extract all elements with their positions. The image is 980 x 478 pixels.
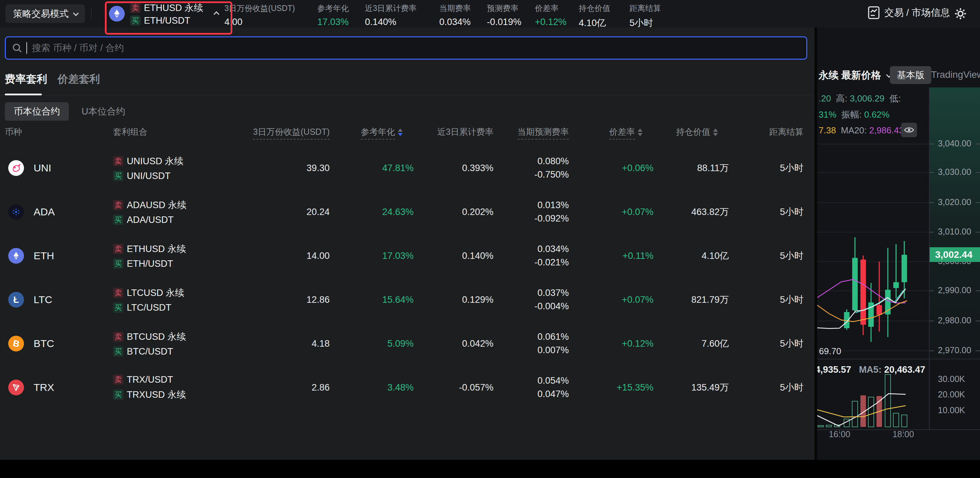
ohlc-info-line1: .20 高: 3,006.29 低:	[819, 92, 901, 105]
ma-info-line: 7.38 MA20: 2,986.43	[819, 125, 904, 136]
sell-badge: 卖	[113, 288, 123, 298]
tab-rate-arbitrage[interactable]: 费率套利	[5, 72, 47, 86]
arbitrage-panel: 费率套利 价差套利 币本位合约 U本位合约 币种 套利组合 3日万份收益(USD…	[0, 27, 817, 460]
settle-value: 5小时	[694, 234, 803, 278]
time-axis-label: 18:00	[888, 429, 919, 439]
buy-leg: LTC/USDT	[127, 303, 171, 313]
search-input[interactable]	[32, 43, 800, 54]
stat-position: 持仓价值4.10亿	[579, 3, 610, 29]
sell-badge: 卖	[113, 374, 123, 385]
volume-info-line: 4,935.57 MA5: 20,463.47	[817, 365, 925, 375]
last-price-tag: 3,002.44	[930, 247, 980, 262]
volume-axis-label: 30.00K	[938, 374, 965, 384]
uni-icon	[8, 160, 24, 176]
time-axis-label: 16:00	[824, 429, 855, 439]
col-combo: 套利组合	[113, 126, 147, 137]
ada-icon	[8, 204, 24, 220]
buy-pair-label: ETH/USDT	[144, 16, 190, 26]
table-row-ada[interactable]: ADA 卖ADAUSD 永续 买ADA/USDT 20.24 24.63% 0.…	[0, 190, 817, 234]
sell-leg: TRX/USDT	[127, 374, 173, 385]
settle-value: 5小时	[694, 322, 803, 365]
subtab-usdt-margined[interactable]: U本位合约	[73, 102, 134, 121]
settle-value: 5小时	[694, 190, 803, 234]
buy-leg: ETH/USDT	[127, 258, 173, 269]
stat-cum: 近3日累计费率0.140%	[365, 3, 417, 27]
sell-badge: 卖	[113, 156, 123, 166]
settle-value: 5小时	[694, 365, 803, 409]
buy-badge: 买	[113, 390, 123, 400]
stat-spread: 价差率+0.12%	[535, 3, 566, 27]
stat-income: 3日万份收益(USDT)4.00	[224, 3, 295, 27]
top-bar: 策略交易模式 卖 ETHUSD 永续 买 ETH/USDT	[0, 0, 980, 27]
pair-selector[interactable]: 卖 ETHUSD 永续 买 ETH/USDT	[109, 1, 219, 27]
strategy-mode-button[interactable]: 策略交易模式	[5, 5, 85, 23]
sell-leg: BTCUSD 永续	[127, 331, 186, 343]
sell-leg: LTCUSD 永续	[127, 287, 185, 299]
chart-header: 永续 最新价格 基本版 TradingView	[817, 65, 980, 86]
search-bar[interactable]	[5, 37, 807, 60]
sell-badge: 卖	[113, 200, 123, 210]
buy-leg: ADA/USDT	[127, 215, 174, 225]
market-info-link[interactable]: 交易 / 市场信息	[868, 6, 950, 19]
chevron-down-icon	[73, 10, 79, 16]
eye-icon[interactable]	[901, 123, 917, 137]
divider	[943, 8, 943, 19]
strategy-mode-label: 策略交易模式	[13, 8, 68, 20]
search-icon	[12, 43, 22, 53]
buy-badge: 买	[113, 303, 123, 313]
sell-leg: ETHUSD 永续	[127, 243, 186, 255]
chevron-up-icon	[213, 11, 219, 17]
tab-basic-chart[interactable]: 基本版	[890, 66, 931, 84]
sell-badge: 卖	[130, 3, 140, 13]
buy-badge: 买	[130, 16, 140, 26]
coin-name: TRX	[33, 382, 54, 393]
buy-leg: BTC/USDT	[127, 346, 173, 357]
coin-name: BTC	[33, 338, 54, 349]
table-header-row: 币种 套利组合 3日万份收益(USDT) 参考年化 近3日累计费率 当期预测费率…	[0, 126, 817, 140]
buy-badge: 买	[113, 171, 123, 181]
settle-value: 5小时	[694, 278, 803, 322]
table-row-trx[interactable]: TRX 卖TRX/USDT 买TRXUSD 永续 2.86 3.48% -0.0…	[0, 365, 817, 409]
price-axis-label: 3,030.00	[938, 167, 971, 177]
eth-icon	[109, 6, 125, 22]
sell-pair-label: ETHUSD 永续	[144, 2, 203, 14]
sell-badge: 卖	[113, 331, 123, 342]
volume-axis-label: 10.00K	[938, 405, 965, 415]
table-row-uni[interactable]: UNI 卖UNIUSD 永续 买UNI/USDT 39.30 47.81% 0.…	[0, 146, 817, 190]
stat-settle: 距离结算5小时	[630, 3, 661, 29]
sell-leg: ADAUSD 永续	[127, 199, 186, 211]
subtab-coin-margined[interactable]: 币本位合约	[5, 102, 69, 121]
btc-icon: B	[8, 336, 24, 352]
price-axis-label: 2,970.00	[938, 345, 971, 355]
tab-spread-arbitrage[interactable]: 价差套利	[57, 72, 100, 86]
volume-axis-label: 20.00K	[938, 390, 965, 400]
price-mode-dropdown[interactable]: 永续 最新价格	[819, 69, 891, 82]
price-axis-label: 3,040.00	[938, 139, 971, 148]
buy-badge: 买	[113, 346, 123, 357]
stat-current: 当期费率0.034%	[439, 3, 471, 27]
chart-document-icon	[868, 6, 880, 19]
trx-icon	[8, 379, 24, 395]
sell-leg: UNIUSD 永续	[127, 155, 183, 167]
coin-name: LTC	[33, 294, 52, 306]
panel-edge-gap	[815, 27, 817, 460]
text-cursor	[26, 42, 27, 54]
eth-icon	[8, 248, 24, 264]
gear-icon[interactable]	[954, 7, 967, 21]
price-axis-label: 3,010.00	[938, 227, 971, 237]
table-row-ltc[interactable]: Ł LTC 卖LTCUSD 永续 买LTC/USDT 12.86 15.64% …	[0, 278, 817, 322]
table-row-eth[interactable]: ETH 卖ETHUSD 永续 买ETH/USDT 14.00 17.03% 0.…	[0, 234, 817, 278]
stat-apr: 参考年化17.03%	[317, 3, 349, 27]
buy-leg: UNI/USDT	[127, 171, 171, 182]
active-tab-underline	[5, 94, 42, 95]
table-row-btc[interactable]: B BTC 卖BTCUSD 永续 买BTC/USDT 4.18 5.09% 0.…	[0, 322, 817, 365]
settle-value: 5小时	[694, 146, 803, 190]
ltc-icon: Ł	[8, 292, 24, 308]
low-info-fragment: 69.70	[819, 346, 841, 357]
coin-name: UNI	[33, 162, 51, 174]
market-info-label: 交易 / 市场信息	[885, 6, 950, 19]
tab-tradingview[interactable]: TradingView	[931, 69, 980, 80]
coin-name: ETH	[33, 250, 54, 261]
col-settle: 距离结算	[694, 126, 803, 137]
stat-pred: 预测费率-0.019%	[487, 3, 522, 27]
